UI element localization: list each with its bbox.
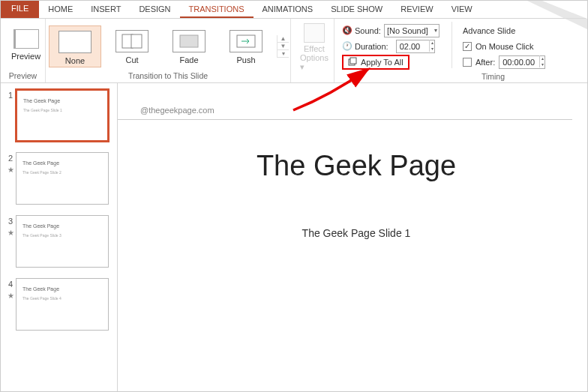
effect-options-button: Effect Options ▾ (296, 20, 333, 75)
group-label-timing: Timing (334, 72, 587, 83)
after-label: After: (476, 58, 495, 67)
tab-file[interactable]: FILE (1, 1, 39, 18)
sound-dropdown[interactable]: [No Sound] (384, 24, 440, 37)
slide-thumbnail-4[interactable]: The Geek Page The Geek Page Slide 4 (16, 278, 109, 331)
svg-rect-2 (180, 35, 198, 47)
thumb-sub: The Geek Page Slide 3 (22, 233, 102, 238)
duration-spinner[interactable]: 02.00 (396, 40, 435, 53)
tab-insert[interactable]: INSERT (82, 1, 130, 18)
scroll-down-icon: ▼ (278, 43, 289, 50)
transition-push-label: Push (236, 55, 255, 64)
thumb-title: The Geek Page (22, 286, 102, 292)
group-label-preview: Preview (1, 71, 45, 82)
slide-editor[interactable]: @thegeekpage.com The Geek Page The Geek … (118, 83, 587, 391)
slide-thumbnail-3[interactable]: The Geek Page The Geek Page Slide 3 (16, 215, 109, 268)
slide-canvas[interactable]: The Geek Page The Geek Page Slide 1 (140, 120, 572, 239)
slide-subtitle[interactable]: The Geek Page Slide 1 (140, 227, 572, 239)
thumb-title: The Geek Page (22, 223, 102, 229)
effect-options-icon (304, 23, 325, 43)
watermark-text: @thegeekpage.com (140, 106, 572, 115)
tab-transitions[interactable]: TRANSITIONS (180, 1, 254, 18)
duration-icon: 🕐 (342, 41, 352, 51)
star-icon: ★ (8, 292, 14, 300)
transition-cut-icon (116, 30, 148, 52)
transition-fade-label: Fade (179, 55, 198, 64)
transition-cut-label: Cut (125, 55, 138, 64)
tab-review[interactable]: REVIEW (392, 1, 442, 18)
thumb-number: 1 (8, 91, 13, 100)
tab-slide-show[interactable]: SLIDE SHOW (322, 1, 392, 18)
workspace: 1 The Geek Page The Geek Page Slide 1 2★… (1, 83, 587, 391)
thumb-number: 4 (8, 280, 13, 289)
svg-rect-1 (131, 34, 142, 48)
preview-icon (14, 29, 39, 49)
thumb-sub: The Geek Page Slide 2 (22, 170, 102, 175)
slide-thumbnail-2[interactable]: The Geek Page The Geek Page Slide 2 (16, 152, 109, 205)
svg-rect-5 (350, 58, 356, 64)
slide-title[interactable]: The Geek Page (140, 150, 572, 182)
duration-label: Duration: (355, 42, 388, 51)
mouse-click-checkbox[interactable]: ✓ (463, 42, 472, 51)
star-icon: ★ (8, 229, 14, 237)
ribbon: Preview Preview None Cut Fade Push (1, 19, 587, 83)
thumb-number: 3 (8, 217, 13, 226)
tab-view[interactable]: VIEW (442, 1, 482, 18)
sound-label: Sound: (355, 26, 381, 35)
tab-bar: FILE HOME INSERT DESIGN TRANSITIONS ANIM… (1, 1, 587, 19)
star-icon: ★ (8, 166, 14, 174)
tab-home[interactable]: HOME (39, 1, 82, 18)
transition-fade[interactable]: Fade (163, 25, 215, 67)
thumb-number: 2 (8, 154, 13, 163)
preview-label: Preview (11, 52, 40, 61)
transition-push-icon (230, 30, 262, 52)
after-checkbox[interactable] (463, 58, 472, 67)
tab-animations[interactable]: ANIMATIONS (254, 1, 322, 18)
expand-icon: ▾ (278, 50, 289, 58)
scroll-up-icon: ▲ (278, 35, 289, 43)
transition-fade-icon (172, 30, 206, 52)
group-label-transitions: Transition to This Slide (46, 71, 290, 82)
apply-to-all-button[interactable]: Apply To All (342, 55, 410, 70)
thumbnail-panel[interactable]: 1 The Geek Page The Geek Page Slide 1 2★… (1, 83, 118, 391)
thumb-title: The Geek Page (22, 160, 102, 166)
apply-to-all-label: Apply To All (361, 58, 404, 67)
thumb-title: The Geek Page (23, 98, 101, 103)
transition-none-label: None (65, 56, 85, 65)
mouse-click-label: On Mouse Click (476, 42, 534, 51)
tab-design[interactable]: DESIGN (130, 1, 179, 18)
transition-gallery-more[interactable]: ▲ ▼ ▾ (277, 35, 289, 58)
after-time-spinner[interactable]: 00:00.00 (499, 55, 545, 69)
effect-options-label2: Options ▾ (300, 53, 328, 72)
transition-push[interactable]: Push (220, 25, 272, 67)
preview-button[interactable]: Preview (5, 26, 46, 64)
effect-options-label1: Effect (304, 44, 325, 53)
transition-cut[interactable]: Cut (106, 25, 158, 67)
apply-to-all-icon (348, 57, 358, 67)
thumb-sub: The Geek Page Slide 4 (22, 296, 102, 301)
slide-thumbnail-1[interactable]: The Geek Page The Geek Page Slide 1 (16, 89, 109, 142)
transition-none-icon (58, 31, 92, 53)
sound-icon: 🔇 (342, 25, 352, 35)
thumb-sub: The Geek Page Slide 1 (23, 108, 101, 112)
transition-none[interactable]: None (49, 25, 101, 67)
